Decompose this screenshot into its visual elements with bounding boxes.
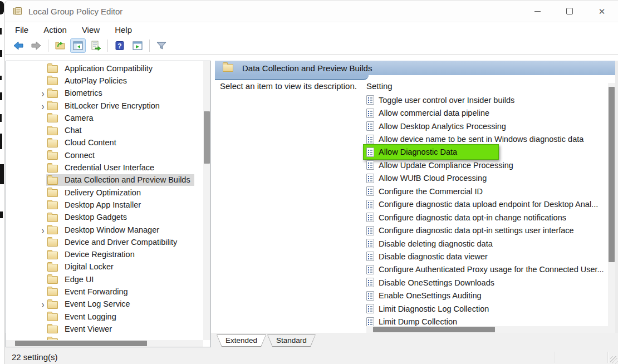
- tree-item-body[interactable]: Desktop Gadgets: [46, 211, 131, 223]
- maximize-button[interactable]: [553, 1, 586, 22]
- menu-item-help[interactable]: Help: [115, 25, 132, 35]
- tree-item-body[interactable]: Event Log Service: [46, 298, 134, 310]
- close-button[interactable]: ✕: [586, 1, 618, 22]
- setting-row-limit-diagnostic-log-collection[interactable]: Limit Diagnostic Log Collection: [366, 302, 605, 315]
- tree-item-body[interactable]: Chat: [46, 125, 86, 136]
- setting-column-header[interactable]: Setting: [366, 81, 393, 91]
- chevron-right-icon[interactable]: ›: [38, 101, 47, 111]
- tab-extended[interactable]: Extended: [217, 335, 266, 347]
- tree-item-body[interactable]: Event Forwarding: [46, 286, 132, 298]
- tree-item-body[interactable]: Delivery Optimization: [46, 187, 145, 199]
- tree-item-event-forwarding[interactable]: Event Forwarding: [6, 286, 210, 298]
- tree-item-device-registration[interactable]: Device Registration: [6, 248, 210, 260]
- policy-setting-icon: [366, 174, 374, 183]
- settings-vertical-scrollbar[interactable]: [608, 83, 615, 333]
- tree-item-event-logging[interactable]: Event Logging: [6, 311, 210, 323]
- setting-row-disable-diagnostic-data-viewer[interactable]: Disable diagnostic data viewer: [366, 250, 605, 263]
- tree-item-body[interactable]: Device and Driver Compatibility: [46, 237, 181, 248]
- setting-row-enable-onesettings-auditing[interactable]: Enable OneSettings Auditing: [366, 289, 605, 302]
- tree-item-connect[interactable]: Connect: [6, 149, 210, 161]
- toolbar-separator: [149, 40, 150, 52]
- tree-item-body[interactable]: Credential User Interface: [46, 162, 158, 174]
- tree-item-digital-locker[interactable]: Digital Locker: [6, 261, 210, 273]
- setting-row-allow-device-name-to-be-sent-in-windows-diagnostic-data[interactable]: Allow device name to be sent in Windows …: [366, 132, 605, 145]
- tree-item-body[interactable]: Digital Locker: [46, 261, 117, 273]
- tree-item-body[interactable]: Biometrics: [46, 87, 106, 99]
- details-pane: Data Collection and Preview Builds Selec…: [215, 61, 615, 333]
- tree-vertical-scrollbar-thumb[interactable]: [204, 111, 210, 164]
- setting-row-configure-diagnostic-data-upload-endpoint-for-desktop-anal[interactable]: Configure diagnostic data upload endpoin…: [366, 198, 605, 211]
- tree-item-body[interactable]: Desktop Window Manager: [46, 224, 163, 236]
- toolbar: ?: [5, 37, 618, 55]
- tree-item-cloud-content[interactable]: Cloud Content: [6, 137, 210, 149]
- tree-item-body[interactable]: Event Viewer: [46, 323, 116, 335]
- setting-row-disable-onesettings-downloads[interactable]: Disable OneSettings Downloads: [366, 276, 605, 289]
- chevron-right-icon[interactable]: ›: [38, 299, 47, 309]
- setting-row-allow-wufb-cloud-processing[interactable]: Allow WUfB Cloud Processing: [366, 172, 605, 185]
- tree-item-body[interactable]: Event Logging: [46, 311, 120, 323]
- tree-item-body[interactable]: Connect: [46, 150, 99, 161]
- setting-row-toggle-user-control-over-insider-builds[interactable]: Toggle user control over Insider builds: [366, 94, 605, 106]
- setting-row-configure-diagnostic-data-opt-in-change-notifications[interactable]: Configure diagnostic data opt-in change …: [366, 211, 605, 224]
- forward-icon[interactable]: [28, 38, 44, 53]
- back-icon[interactable]: [11, 38, 26, 53]
- tree-item-bitlocker-drive-encryption[interactable]: ›BitLocker Drive Encryption: [6, 100, 210, 112]
- setting-row-allow-diagnostic-data[interactable]: Allow Diagnostic Data: [366, 146, 605, 159]
- setting-row-disable-deleting-diagnostic-data[interactable]: Disable deleting diagnostic data: [366, 237, 605, 250]
- settings-horizontal-scrollbar[interactable]: [366, 326, 608, 333]
- console-tree-icon[interactable]: [70, 38, 86, 53]
- tree-item-event-log-service[interactable]: ›Event Log Service: [6, 298, 210, 311]
- policy-setting-icon: [366, 147, 374, 157]
- up-one-level-icon[interactable]: [52, 38, 68, 53]
- setting-row-allow-desktop-analytics-processing[interactable]: Allow Desktop Analytics Processing: [366, 120, 605, 132]
- chevron-right-icon[interactable]: ›: [38, 225, 47, 235]
- tree-item-body[interactable]: Desktop App Installer: [46, 199, 145, 211]
- tree-item-delivery-optimization[interactable]: Delivery Optimization: [6, 186, 210, 199]
- tree-item-device-and-driver-compatibility[interactable]: Device and Driver Compatibility: [6, 236, 210, 248]
- tree-horizontal-scrollbar-thumb[interactable]: [15, 341, 147, 346]
- settings-vertical-scrollbar-thumb[interactable]: [609, 87, 615, 262]
- tree-item-autoplay-policies[interactable]: AutoPlay Policies: [6, 75, 210, 87]
- help-icon[interactable]: ?: [112, 38, 127, 53]
- tree-item-body[interactable]: AutoPlay Policies: [46, 75, 131, 87]
- tree-item-body[interactable]: Edge UI: [46, 274, 97, 286]
- setting-row-allow-update-compliance-processing[interactable]: Allow Update Compliance Processing: [366, 159, 605, 171]
- tree-item-biometrics[interactable]: ›Biometrics: [6, 87, 210, 100]
- settings-horizontal-scrollbar-thumb[interactable]: [373, 327, 495, 332]
- tree-item-data-collection-and-preview-builds[interactable]: Data Collection and Preview Builds: [6, 174, 210, 186]
- tree-item-body[interactable]: Data Collection and Preview Builds: [46, 174, 194, 186]
- tree-item-chat[interactable]: Chat: [6, 124, 210, 136]
- resize-grip-icon[interactable]: [610, 356, 617, 363]
- tree-item-body[interactable]: BitLocker Drive Encryption: [46, 100, 164, 112]
- setting-row-configure-diagnostic-data-opt-in-settings-user-interface[interactable]: Configure diagnostic data opt-in setting…: [366, 224, 605, 237]
- tree-item-body[interactable]: Application Compatibility: [46, 63, 156, 75]
- minimize-button[interactable]: [521, 1, 553, 22]
- tree-vertical-scrollbar[interactable]: [203, 61, 210, 340]
- menu-item-action[interactable]: Action: [43, 25, 67, 35]
- chevron-right-icon[interactable]: ›: [38, 88, 47, 99]
- folder-icon: [47, 301, 58, 309]
- tree-item-label: Desktop Window Manager: [63, 224, 163, 236]
- filter-icon[interactable]: [154, 38, 169, 53]
- tab-standard[interactable]: Standard: [267, 335, 316, 347]
- setting-row-configure-the-commercial-id[interactable]: Configure the Commercial ID: [366, 185, 605, 198]
- tree-item-event-viewer[interactable]: Event Viewer: [6, 323, 210, 335]
- tree-item-desktop-gadgets[interactable]: Desktop Gadgets: [6, 211, 210, 224]
- tree-item-body[interactable]: Camera: [46, 112, 97, 124]
- menu-item-file[interactable]: File: [15, 25, 28, 35]
- export-list-icon[interactable]: [88, 38, 104, 53]
- show-properties-icon[interactable]: [130, 38, 145, 53]
- tree-item-desktop-window-manager[interactable]: ›Desktop Window Manager: [6, 224, 210, 236]
- tree-horizontal-scrollbar[interactable]: [6, 340, 203, 347]
- folder-icon: [47, 264, 58, 272]
- menu-item-view[interactable]: View: [82, 25, 100, 35]
- setting-row-allow-commercial-data-pipeline[interactable]: Allow commercial data pipeline: [366, 106, 605, 119]
- tree-item-edge-ui[interactable]: Edge UI: [6, 273, 210, 286]
- tree-item-body[interactable]: Cloud Content: [46, 137, 120, 149]
- tree-item-camera[interactable]: Camera: [6, 112, 210, 124]
- setting-row-configure-authenticated-proxy-usage-for-the-connected-user[interactable]: Configure Authenticated Proxy usage for …: [366, 263, 605, 276]
- tree-item-application-compatibility[interactable]: Application Compatibility: [6, 62, 210, 75]
- tree-item-body[interactable]: Device Registration: [46, 249, 139, 260]
- tree-item-desktop-app-installer[interactable]: Desktop App Installer: [6, 199, 210, 211]
- tree-item-credential-user-interface[interactable]: Credential User Interface: [6, 161, 210, 174]
